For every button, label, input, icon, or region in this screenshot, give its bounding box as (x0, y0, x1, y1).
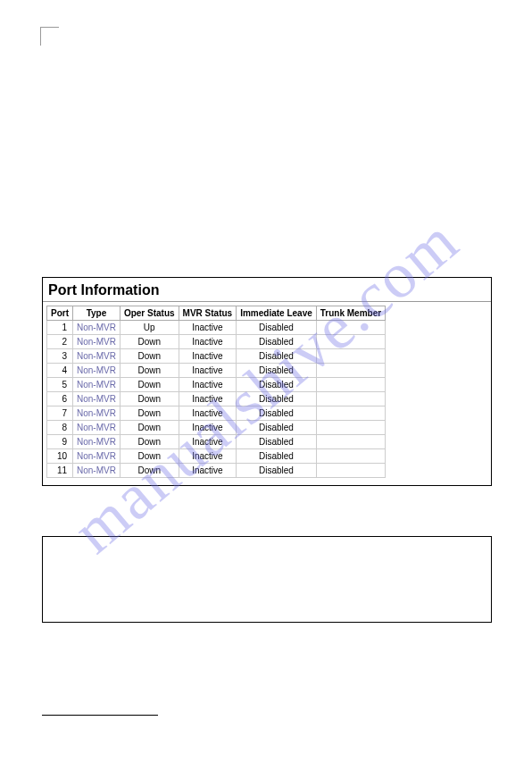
cell-oper-status: Down (120, 449, 179, 464)
cell-mvr-status: Inactive (179, 364, 237, 378)
cell-type: Non-MVR (73, 421, 121, 435)
empty-outlined-box (42, 536, 492, 623)
col-mvr-status: MVR Status (179, 306, 237, 321)
cell-mvr-status: Inactive (179, 392, 237, 406)
cell-immediate-leave: Disabled (237, 406, 317, 421)
port-info-table: Port Type Oper Status MVR Status Immedia… (46, 306, 386, 478)
cell-trunk-member (316, 464, 385, 478)
cell-immediate-leave: Disabled (237, 449, 317, 464)
cell-trunk-member (316, 449, 385, 464)
cell-immediate-leave: Disabled (237, 378, 317, 392)
cell-port: 5 (47, 378, 73, 392)
cell-oper-status: Down (120, 335, 179, 349)
cell-oper-status: Down (120, 392, 179, 406)
cell-port: 2 (47, 335, 73, 349)
cell-mvr-status: Inactive (179, 349, 237, 364)
cell-trunk-member (316, 321, 385, 335)
cell-type: Non-MVR (73, 435, 121, 449)
cell-mvr-status: Inactive (179, 464, 237, 478)
col-immediate-leave: Immediate Leave (237, 306, 317, 321)
cell-port: 1 (47, 321, 73, 335)
cell-oper-status: Down (120, 378, 179, 392)
cell-immediate-leave: Disabled (237, 349, 317, 364)
cell-type: Non-MVR (73, 464, 121, 478)
table-header-row: Port Type Oper Status MVR Status Immedia… (47, 306, 386, 321)
panel-title: Port Information (43, 278, 491, 302)
cell-immediate-leave: Disabled (237, 321, 317, 335)
cell-oper-status: Down (120, 464, 179, 478)
cell-trunk-member (316, 435, 385, 449)
cell-port: 4 (47, 364, 73, 378)
col-type: Type (73, 306, 121, 321)
cell-oper-status: Down (120, 349, 179, 364)
table-row: 9Non-MVRDownInactiveDisabled (47, 435, 386, 449)
cell-port: 3 (47, 349, 73, 364)
table-row: 5Non-MVRDownInactiveDisabled (47, 378, 386, 392)
cell-immediate-leave: Disabled (237, 464, 317, 478)
port-information-panel: Port Information Port Type Oper Status M… (42, 277, 492, 486)
table-row: 11Non-MVRDownInactiveDisabled (47, 464, 386, 478)
table-row: 6Non-MVRDownInactiveDisabled (47, 392, 386, 406)
cell-immediate-leave: Disabled (237, 435, 317, 449)
cell-mvr-status: Inactive (179, 335, 237, 349)
cell-mvr-status: Inactive (179, 378, 237, 392)
cell-immediate-leave: Disabled (237, 421, 317, 435)
cell-port: 6 (47, 392, 73, 406)
cell-type: Non-MVR (73, 406, 121, 421)
cell-type: Non-MVR (73, 349, 121, 364)
cell-mvr-status: Inactive (179, 321, 237, 335)
cell-mvr-status: Inactive (179, 421, 237, 435)
cell-port: 9 (47, 435, 73, 449)
cell-type: Non-MVR (73, 449, 121, 464)
cell-mvr-status: Inactive (179, 449, 237, 464)
corner-mark (40, 27, 59, 46)
cell-trunk-member (316, 421, 385, 435)
table-row: 2Non-MVRDownInactiveDisabled (47, 335, 386, 349)
col-oper-status: Oper Status (120, 306, 179, 321)
cell-type: Non-MVR (73, 335, 121, 349)
col-port: Port (47, 306, 73, 321)
cell-immediate-leave: Disabled (237, 364, 317, 378)
cell-port: 7 (47, 406, 73, 421)
cell-port: 10 (47, 449, 73, 464)
cell-mvr-status: Inactive (179, 406, 237, 421)
cell-type: Non-MVR (73, 378, 121, 392)
cell-oper-status: Down (120, 406, 179, 421)
footnote-divider (42, 715, 158, 716)
table-row: 1Non-MVRUpInactiveDisabled (47, 321, 386, 335)
table-row: 8Non-MVRDownInactiveDisabled (47, 421, 386, 435)
cell-immediate-leave: Disabled (237, 335, 317, 349)
table-row: 7Non-MVRDownInactiveDisabled (47, 406, 386, 421)
table-row: 4Non-MVRDownInactiveDisabled (47, 364, 386, 378)
table-row: 10Non-MVRDownInactiveDisabled (47, 449, 386, 464)
cell-mvr-status: Inactive (179, 435, 237, 449)
cell-trunk-member (316, 364, 385, 378)
cell-type: Non-MVR (73, 364, 121, 378)
cell-trunk-member (316, 392, 385, 406)
cell-port: 11 (47, 464, 73, 478)
cell-oper-status: Up (120, 321, 179, 335)
cell-trunk-member (316, 335, 385, 349)
cell-oper-status: Down (120, 435, 179, 449)
cell-port: 8 (47, 421, 73, 435)
cell-immediate-leave: Disabled (237, 392, 317, 406)
cell-oper-status: Down (120, 364, 179, 378)
col-trunk-member: Trunk Member (316, 306, 385, 321)
cell-trunk-member (316, 406, 385, 421)
cell-trunk-member (316, 378, 385, 392)
cell-oper-status: Down (120, 421, 179, 435)
cell-type: Non-MVR (73, 392, 121, 406)
cell-type: Non-MVR (73, 321, 121, 335)
cell-trunk-member (316, 349, 385, 364)
table-row: 3Non-MVRDownInactiveDisabled (47, 349, 386, 364)
